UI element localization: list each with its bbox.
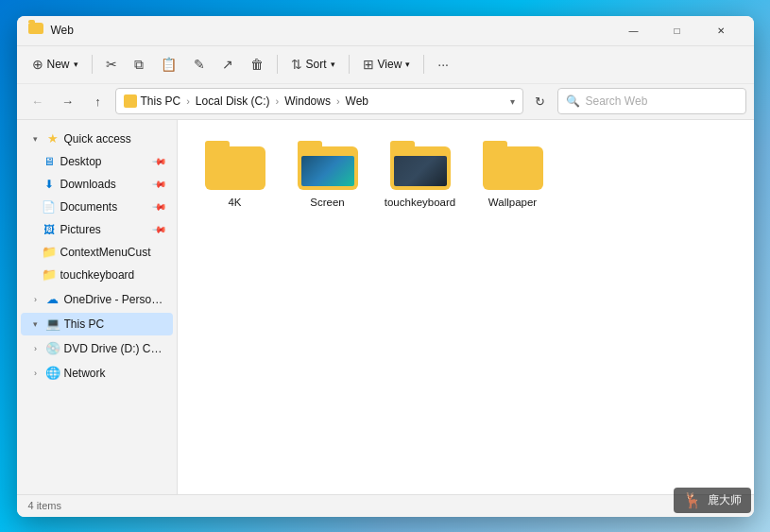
downloads-icon: ⬇ <box>42 177 57 192</box>
refresh-button[interactable]: ↻ <box>527 88 554 114</box>
new-label: New <box>47 58 70 71</box>
folder-label-4k: 4K <box>228 196 241 210</box>
new-button[interactable]: ⊕ New ▾ <box>25 50 86 78</box>
sidebar: ▾ ★ Quick access 🖥 Desktop 📌 ⬇ Downloads… <box>17 120 178 494</box>
breadcrumb-local-disk[interactable]: Local Disk (C:) <box>196 94 270 108</box>
sort-button[interactable]: ⇅ Sort ▾ <box>283 50 343 78</box>
address-bar: ← → ↑ This PC › Local Disk (C:) › Window… <box>17 84 754 120</box>
new-icon: ⊕ <box>32 57 43 72</box>
documents-icon: 📄 <box>42 199 57 215</box>
sidebar-section-dvd: › 💿 DVD Drive (D:) CCCC <box>17 337 177 360</box>
touchkb-preview <box>394 156 447 186</box>
sidebar-item-quick-access[interactable]: ▾ ★ Quick access <box>21 128 173 150</box>
sidebar-item-contextmenucust[interactable]: 📁 ContextMenuCust <box>21 241 173 264</box>
file-explorer-window: Web — □ ✕ ⊕ New ▾ ✂ ⧉ 📋 ✎ ↗ 🗑 <box>17 16 754 517</box>
sidebar-this-pc-label: This PC <box>64 317 165 331</box>
address-dropdown-icon[interactable]: ▾ <box>510 96 515 107</box>
folder-icon-screen <box>298 141 358 190</box>
forward-button[interactable]: → <box>55 88 81 114</box>
breadcrumb-web[interactable]: Web <box>346 94 368 108</box>
watermark-logo: 🦌 <box>683 491 702 509</box>
copy-button[interactable]: ⧉ <box>127 50 151 78</box>
sidebar-section-network: › 🌐 Network <box>17 362 177 385</box>
expand-this-pc-icon: ▾ <box>30 318 42 330</box>
search-placeholder: Search Web <box>586 94 648 108</box>
view-icon: ⊞ <box>363 57 374 72</box>
window-title: Web <box>51 24 612 37</box>
file-area: 4K Screen <box>178 120 754 494</box>
view-chevron-icon: ▾ <box>405 60 410 69</box>
onedrive-icon: ☁ <box>45 292 60 307</box>
sidebar-item-documents[interactable]: 📄 Documents 📌 <box>21 196 173 218</box>
toolbar-separator-3 <box>349 55 350 74</box>
toolbar-separator-2 <box>277 55 278 74</box>
folder-contextmenu-icon: 📁 <box>42 245 57 260</box>
sidebar-item-onedrive[interactable]: › ☁ OneDrive - Personal <box>21 288 173 311</box>
sidebar-section-this-pc: ▾ 💻 This PC <box>17 313 177 335</box>
more-button[interactable]: ··· <box>430 50 456 78</box>
sidebar-downloads-label: Downloads <box>60 178 150 191</box>
sidebar-item-downloads[interactable]: ⬇ Downloads 📌 <box>21 173 173 196</box>
expand-network-icon: › <box>30 368 42 379</box>
star-icon: ★ <box>45 131 60 146</box>
file-item-wallpaper[interactable]: Wallpaper <box>471 135 556 215</box>
breadcrumb-this-pc[interactable]: This PC <box>141 94 181 108</box>
file-item-4k[interactable]: 4K <box>193 135 278 215</box>
address-box[interactable]: This PC › Local Disk (C:) › Windows › We… <box>115 88 523 114</box>
maximize-button[interactable]: □ <box>656 16 699 46</box>
toolbar-separator-4 <box>423 55 424 74</box>
view-button[interactable]: ⊞ View ▾ <box>355 50 419 78</box>
toolbar-separator-1 <box>92 55 93 74</box>
expand-dvd-icon: › <box>30 343 42 354</box>
status-bar: 4 items <box>17 494 754 517</box>
view-label: View <box>378 58 402 71</box>
sidebar-pictures-label: Pictures <box>60 223 150 236</box>
paste-button[interactable]: 📋 <box>153 50 184 78</box>
expand-onedrive-icon: › <box>30 294 42 305</box>
cut-button[interactable]: ✂ <box>98 50 125 78</box>
folder-icon-4k <box>205 141 265 190</box>
breadcrumb-sep-1: › <box>186 95 190 107</box>
sidebar-onedrive-label: OneDrive - Personal <box>64 293 165 306</box>
sidebar-item-touchkeyboard[interactable]: 📁 touchkeyboard <box>21 264 173 286</box>
sidebar-desktop-label: Desktop <box>60 155 150 168</box>
pin-pictures-icon: 📌 <box>151 221 166 236</box>
sidebar-item-pictures[interactable]: 🖼 Pictures 📌 <box>21 218 173 241</box>
new-chevron-icon: ▾ <box>74 60 78 69</box>
sidebar-documents-label: Documents <box>60 200 150 214</box>
content-area: ▾ ★ Quick access 🖥 Desktop 📌 ⬇ Downloads… <box>17 120 754 494</box>
search-box[interactable]: 🔍 Search Web <box>557 88 746 114</box>
sidebar-item-dvd[interactable]: › 💿 DVD Drive (D:) CCCC <box>21 337 173 360</box>
rename-icon: ✎ <box>194 57 205 72</box>
share-button[interactable]: ↗ <box>214 50 241 78</box>
sort-chevron-icon: ▾ <box>331 60 335 69</box>
delete-button[interactable]: 🗑 <box>243 50 271 78</box>
file-item-screen[interactable]: Screen <box>285 135 370 215</box>
sort-icon: ⇅ <box>291 57 302 72</box>
window-controls: — □ ✕ <box>612 16 743 46</box>
title-bar: Web — □ ✕ <box>17 16 754 46</box>
rename-button[interactable]: ✎ <box>186 50 213 78</box>
sidebar-section-quick-access: ▾ ★ Quick access 🖥 Desktop 📌 ⬇ Downloads… <box>17 128 177 286</box>
file-item-touchkeyboard[interactable]: touchkeyboard <box>378 135 463 215</box>
watermark-text: 鹿大师 <box>708 492 742 508</box>
up-button[interactable]: ↑ <box>85 88 111 114</box>
title-bar-folder-icon <box>28 23 43 38</box>
sidebar-item-this-pc[interactable]: ▾ 💻 This PC <box>21 313 173 335</box>
breadcrumb-windows[interactable]: Windows <box>284 94 331 108</box>
sidebar-item-network[interactable]: › 🌐 Network <box>21 362 173 385</box>
copy-icon: ⧉ <box>134 57 144 73</box>
pc-icon: 💻 <box>45 317 60 332</box>
folder-label-screen: Screen <box>310 196 344 210</box>
pin-documents-icon: 📌 <box>151 198 166 214</box>
breadcrumb-sep-2: › <box>276 95 280 107</box>
network-icon: 🌐 <box>45 366 60 381</box>
desktop-icon: 🖥 <box>42 154 57 169</box>
sidebar-touchkeyboard-label: touchkeyboard <box>60 268 165 282</box>
close-button[interactable]: ✕ <box>699 16 743 46</box>
minimize-button[interactable]: — <box>612 16 656 46</box>
dvd-icon: 💿 <box>45 341 60 356</box>
folder-icon-touchkb <box>390 141 451 190</box>
sidebar-item-desktop[interactable]: 🖥 Desktop 📌 <box>21 150 173 173</box>
back-button[interactable]: ← <box>25 88 51 114</box>
